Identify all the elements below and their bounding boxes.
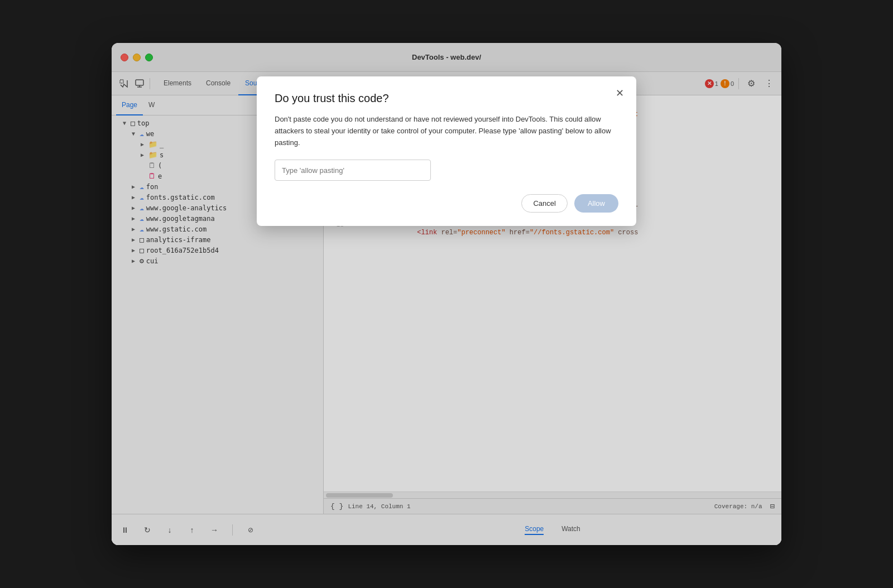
- cancel-button[interactable]: Cancel: [521, 194, 567, 213]
- dialog-overlay: ✕ Do you trust this code? Don't paste co…: [112, 43, 781, 545]
- dialog-body: Don't paste code you do not understand o…: [275, 114, 618, 148]
- allow-button[interactable]: Allow: [574, 194, 618, 213]
- allow-pasting-input[interactable]: [275, 160, 431, 181]
- devtools-window: DevTools - web.dev/: [112, 43, 781, 545]
- dialog-buttons: Cancel Allow: [275, 194, 618, 213]
- dialog-close-button[interactable]: ✕: [612, 85, 627, 101]
- trust-dialog: ✕ Do you trust this code? Don't paste co…: [257, 76, 636, 226]
- dialog-title: Do you trust this code?: [275, 92, 618, 105]
